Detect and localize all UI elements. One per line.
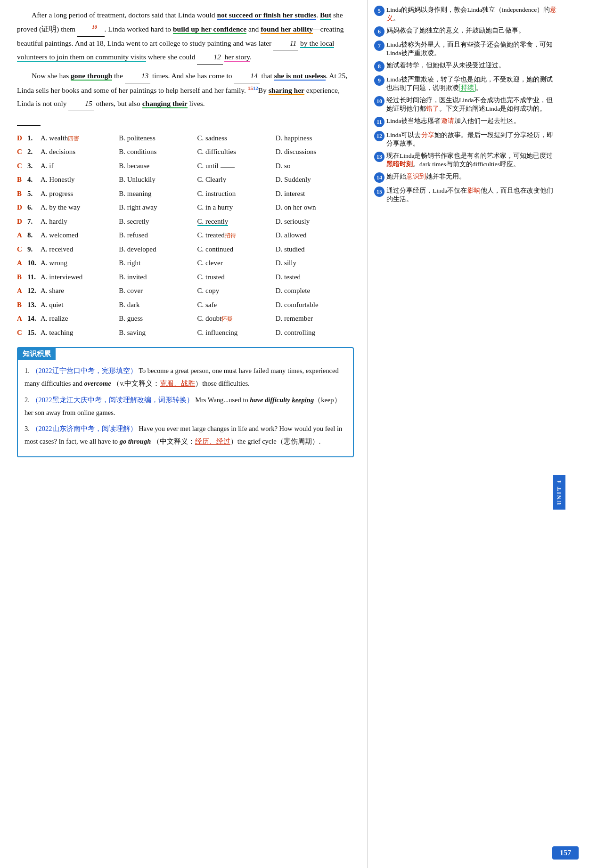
mcq-item-6: D 6. A. by the way B. right away C. in a… — [17, 202, 354, 214]
blank-14: 14 — [234, 69, 259, 83]
mcq-choices-1: A. wealth四害 B. politeness C. sadness D. … — [41, 132, 354, 145]
phrase-found-ability: found her ability — [261, 25, 313, 34]
choice-10c: C. clever — [197, 257, 276, 269]
mcq-item-1: D 1. A. wealth四害 B. politeness C. sadnes… — [17, 132, 354, 145]
mcq-answer-9: C — [17, 243, 26, 256]
sidebar-text-14: 她开始意识到她并非无用。 — [386, 172, 559, 181]
sidebar-text-9: Linda被严重欺凌，转了学也是如此，不受欢迎，她的测试也出现了问题，说明欺凌持… — [386, 75, 559, 92]
knowledge-box: 知识积累 1. （2022辽宁营口中考，完形填空） To become a gr… — [17, 347, 354, 457]
mcq-num-6: 6. — [27, 202, 41, 214]
sidebar-item-5: 5 Linda的妈妈以身作则，教会Linda独立（independence）的意… — [374, 6, 559, 23]
mcq-num-11: 11. — [27, 271, 41, 284]
choice-13d: D. comfortable — [276, 299, 354, 311]
sidebar-text-7: Linda被称为外星人，而且有些孩子还会偷她的零食，可知Linda被严重欺凌。 — [386, 41, 559, 57]
choice-15c: C. influencing — [197, 327, 276, 339]
knowledge-item-1: 1. （2022辽宁营口中考，完形填空） To become a great p… — [25, 365, 346, 390]
choice-6b: B. right away — [119, 202, 197, 214]
mcq-answer-4: B — [17, 174, 26, 186]
knowledge-num-1: 1. — [25, 367, 32, 374]
choice-8d: D. allowed — [276, 229, 354, 242]
mcq-item-10: A 10. A. wrong B. right C. clever D. sil… — [17, 257, 354, 269]
choice-3b: B. because — [119, 160, 197, 172]
choice-1c: C. sadness — [197, 132, 276, 145]
choice-1b: B. politeness — [119, 132, 197, 145]
keyword-keeping: keeping — [292, 396, 314, 404]
choice-5a: A. progress — [41, 188, 119, 200]
choice-8c: C. treated招待 — [197, 229, 276, 242]
choice-4b: B. Unluckily — [119, 174, 197, 186]
ul-not-useless: she is not useless — [274, 72, 326, 81]
mcq-answer-10: A — [17, 257, 26, 269]
blank-12: 12 — [197, 50, 222, 65]
mcq-item-4: B 4. A. Honestly B. Unluckily C. Clearly… — [17, 174, 354, 186]
choice-8b: B. refused — [119, 229, 197, 242]
mcq-item-7: D 7. A. hardly B. secretly C. recently D… — [17, 216, 354, 228]
mcq-answer-2: C — [17, 146, 26, 158]
mcq-choices-10: A. wrong B. right C. clever D. silly — [41, 257, 354, 269]
choice-6a: A. by the way — [41, 202, 119, 214]
cn-go-through: 经历、经过 — [195, 438, 230, 445]
knowledge-num-3: 3. — [25, 425, 32, 432]
choice-11c: C. trusted — [197, 271, 276, 284]
blank-15: 15 — [68, 97, 94, 111]
choice-15a: A. teaching — [41, 327, 119, 339]
underline-phrase-1: not succeed or finish her studies — [217, 11, 316, 20]
knowledge-content: 1. （2022辽宁营口中考，完形填空） To become a great p… — [18, 360, 353, 456]
choice-5d: D. interest — [276, 188, 354, 200]
mcq-answer-5: B — [17, 188, 26, 200]
mcq-answer-1: D — [17, 132, 26, 145]
mcq-item-12: A 12. A. share B. cover C. copy D. compl… — [17, 285, 354, 297]
main-content: After a long period of treatment, doctor… — [0, 0, 368, 868]
sidebar-item-8: 8 她试着转学，但她似乎从未没受过迎过。 — [374, 61, 559, 72]
mcq-choices-6: A. by the way B. right away C. in a hurr… — [41, 202, 354, 214]
choice-15d: D. controlling — [276, 327, 354, 339]
choice-11d: D. tested — [276, 271, 354, 284]
choice-9c: C. continued — [197, 243, 276, 256]
sidebar-num-14: 14 — [374, 172, 384, 183]
sidebar-text-15: 通过分享经历，Linda不仅在影响他人，而且也在改变他们的生活。 — [386, 187, 559, 203]
sidebar-num-12: 12 — [374, 131, 384, 141]
mcq-num-4: 4. — [27, 174, 41, 186]
choice-11a: A. interviewed — [41, 271, 119, 284]
blank-13: 13 — [125, 69, 150, 83]
sidebar-num-10: 10 — [374, 96, 384, 106]
mcq-item-5: B 5. A. progress B. meaning C. instructi… — [17, 188, 354, 200]
mcq-item-13: B 13. A. quiet B. dark C. safe D. comfor… — [17, 299, 354, 311]
sidebar-item-13: 13 现在Linda是畅销书作家也是有名的艺术家，可知她已度过黑暗时刻。dark… — [374, 152, 559, 169]
ul-her-story: her story — [224, 53, 250, 62]
phrase-changing-their: changing their — [142, 99, 188, 108]
mcq-num-15: 15. — [27, 327, 41, 339]
mcq-item-11: B 11. A. interviewed B. invited C. trust… — [17, 271, 354, 284]
mcq-answer-12: A — [17, 285, 26, 297]
mcq-num-9: 9. — [27, 243, 41, 256]
blank-11: 11 — [273, 37, 298, 51]
sidebar-num-13: 13 — [374, 152, 384, 162]
mcq-choices-2: A. decisions B. conditions C. difficulti… — [41, 146, 354, 158]
mcq-answer-14: A — [17, 313, 26, 325]
mcq-item-14: A 14. A. realize B. guess C. doubt怀疑 D. … — [17, 313, 354, 325]
sidebar-item-12: 12 Linda可以去分享她的故事。最后一段提到了分享经历，即分享故事。 — [374, 131, 559, 148]
sidebar-num-11: 11 — [374, 117, 384, 127]
sidebar-text-11: Linda被当地志愿者邀请加入他们一起去社区。 — [386, 117, 559, 125]
mcq-choices-12: A. share B. cover C. copy D. complete — [41, 285, 354, 297]
choice-2b: B. conditions — [119, 146, 197, 158]
mcq-answer-7: D — [17, 216, 26, 228]
keyword-go-through: go through — [120, 438, 151, 445]
mcq-choices-14: A. realize B. guess C. doubt怀疑 D. rememb… — [41, 313, 354, 325]
knowledge-num-2: 2. — [25, 396, 32, 404]
mcq-num-5: 5. — [27, 188, 41, 200]
sidebar-num-6: 6 — [374, 26, 384, 37]
phrase-gone-through: gone through — [71, 72, 112, 81]
mcq-item-3: C 3. A. if B. because C. until D. so — [17, 160, 354, 172]
blank-10: 10 — [77, 22, 105, 37]
knowledge-item-3: 3. （2022山东济南中考，阅读理解） Have you ever met l… — [25, 422, 346, 448]
choice-10b: B. right — [119, 257, 197, 269]
choice-14d: D. remember — [276, 313, 354, 325]
choice-9d: D. studied — [276, 243, 354, 256]
choice-13b: B. dark — [119, 299, 197, 311]
choice-13c: C. safe — [197, 299, 276, 311]
mcq-choices-11: A. interviewed B. invited C. trusted D. … — [41, 271, 354, 284]
sidebar-num-7: 7 — [374, 41, 384, 51]
knowledge-source-2: （2022黑龙江大庆中考，阅读理解改编，词形转换） — [32, 396, 194, 404]
phrase-build-confidence: build up her confidence — [173, 25, 246, 34]
